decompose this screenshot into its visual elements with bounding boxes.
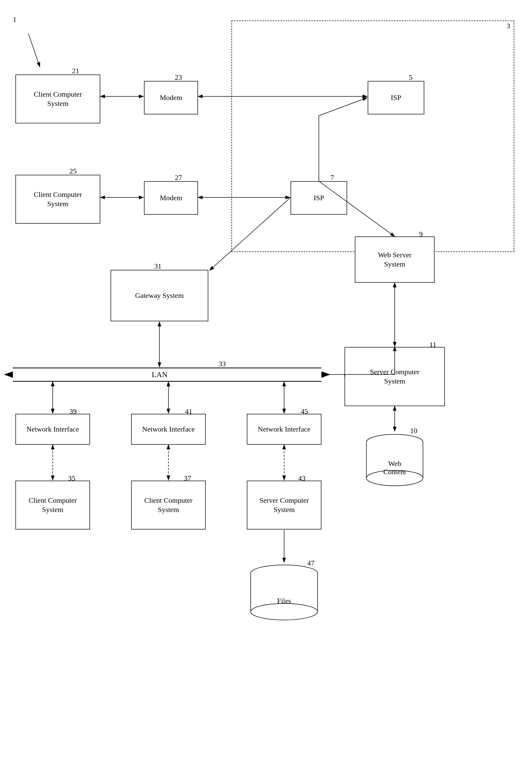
modem-27-box: Modem (144, 181, 198, 215)
ref-num-47: 47 (307, 559, 314, 567)
client-37-box: Client ComputerSystem (131, 481, 206, 530)
ref-num-37: 37 (184, 474, 191, 482)
ni-41-box: Network Interface (131, 414, 206, 445)
server-11-label: Server ComputerSystem (370, 367, 419, 386)
svg-marker-27 (4, 371, 13, 378)
ref-num-21: 21 (72, 67, 79, 75)
isp-region-box (231, 21, 514, 252)
client-35-label: Client ComputerSystem (28, 496, 77, 515)
webcontent-10-cylinder: WebContent (362, 432, 427, 488)
ref-num-3: 3 (507, 22, 510, 30)
ref-num-11: 11 (429, 341, 436, 349)
ref-num-1: 1 (13, 15, 16, 24)
ref-num-39: 39 (70, 408, 77, 416)
modem-23-box: Modem (144, 81, 198, 114)
ni-41-label: Network Interface (142, 425, 195, 434)
ref-num-27: 27 (175, 174, 182, 182)
ref-num-45: 45 (301, 408, 308, 416)
webserver-9-box: Web ServerSystem (355, 236, 435, 283)
ref-num-25: 25 (70, 167, 77, 175)
ref-num-43: 43 (298, 474, 306, 482)
ni-45-label: Network Interface (258, 425, 310, 434)
webserver-9-label: Web ServerSystem (378, 250, 412, 269)
svg-marker-28 (321, 371, 330, 378)
modem-23-label: Modem (160, 93, 182, 102)
isp-7-box: ISP (291, 181, 347, 215)
ref-num-41: 41 (185, 408, 192, 416)
client-25-label: Client ComputerSystem (34, 190, 82, 209)
gateway-31-box: Gateway System (111, 270, 208, 321)
ref-num-7: 7 (330, 174, 334, 182)
gateway-31-label: Gateway System (135, 291, 184, 300)
files-47-label: Files (277, 597, 291, 605)
ni-39-box: Network Interface (15, 414, 90, 445)
lan-label: LAN (152, 370, 168, 379)
svg-line-14 (28, 33, 40, 67)
modem-27-label: Modem (160, 193, 182, 203)
client-37-label: Client ComputerSystem (144, 496, 192, 515)
svg-point-9 (251, 603, 318, 620)
ref-num-31: 31 (154, 262, 162, 270)
client-21-label: Client ComputerSystem (34, 90, 82, 108)
isp-5-box: ISP (368, 81, 424, 114)
ref-num-10: 10 (410, 427, 417, 435)
server-11-box: Server ComputerSystem (344, 347, 445, 406)
ref-num-5: 5 (409, 73, 412, 82)
webcontent-10-label: WebContent (384, 460, 406, 476)
client-35-box: Client ComputerSystem (15, 481, 90, 530)
ref-num-35: 35 (68, 474, 75, 482)
client-25-box: Client ComputerSystem (15, 175, 100, 224)
network-diagram: 1 3 Client ComputerSystem 21 Modem 23 IS… (0, 0, 532, 777)
client-21-box: Client ComputerSystem (15, 75, 100, 123)
ni-39-label: Network Interface (26, 425, 79, 434)
ref-num-9: 9 (419, 230, 423, 238)
isp-7-label: ISP (314, 193, 324, 203)
server-43-box: Server ComputerSystem (247, 481, 321, 530)
files-47-cylinder: Files (247, 563, 321, 622)
ref-num-23: 23 (175, 73, 182, 82)
ni-45-box: Network Interface (247, 414, 321, 445)
isp-5-label: ISP (391, 93, 401, 102)
server-43-label: Server ComputerSystem (259, 496, 309, 515)
ref-num-33: 33 (219, 360, 226, 368)
